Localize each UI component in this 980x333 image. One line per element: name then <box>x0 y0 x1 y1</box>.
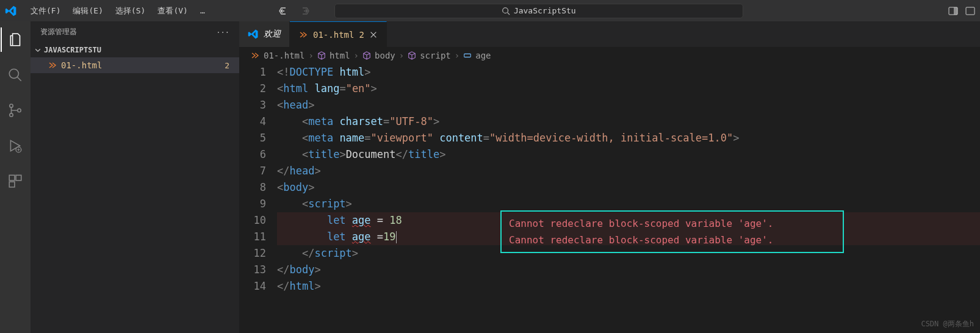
svg-point-5 <box>9 69 18 78</box>
sidebar-file-item[interactable]: 01-.html 2 <box>31 57 239 73</box>
code-line[interactable]: <script> <box>277 196 980 212</box>
command-center-search[interactable]: JavaScriptStu <box>334 4 743 18</box>
sidebar-title: 资源管理器 <box>40 27 77 37</box>
layout-toggle-icon[interactable] <box>948 6 958 16</box>
tab-welcome[interactable]: 欢迎 <box>239 21 290 47</box>
breadcrumb-item[interactable]: html <box>330 51 350 60</box>
editor-area: 欢迎 01-.html 2 01-.html › html › body <box>239 21 980 333</box>
line-number: 1 <box>239 64 266 81</box>
code-editor[interactable]: 1234567891011121314 <!DOCTYPE html><html… <box>239 64 980 333</box>
svg-rect-13 <box>9 182 15 187</box>
html-file-icon <box>298 30 308 40</box>
error-message: Cannot redeclare block-scoped variable '… <box>509 232 835 248</box>
line-number: 7 <box>239 163 266 179</box>
menu-more[interactable]: … <box>194 6 211 15</box>
chevron-right-icon: › <box>455 51 459 60</box>
sidebar-folder-name: JAVASCRIPTSTU <box>44 46 101 54</box>
code-line[interactable]: <body> <box>277 179 980 196</box>
menu-view[interactable]: 查看(V) <box>151 5 193 16</box>
sidebar-explorer: 资源管理器 ··· JAVASCRIPTSTU 01-.html 2 <box>31 21 239 333</box>
sidebar-header: 资源管理器 ··· <box>31 21 239 43</box>
breadcrumb-item[interactable]: body <box>375 51 395 60</box>
svg-point-0 <box>503 7 508 13</box>
code-line[interactable]: <head> <box>277 97 980 113</box>
menu-file[interactable]: 文件(F) <box>24 5 67 16</box>
tab-file-active[interactable]: 01-.html 2 <box>290 21 387 47</box>
line-number: 14 <box>239 278 266 295</box>
tab-file-badge: 2 <box>359 30 364 40</box>
activity-run-debug[interactable] <box>1 134 30 158</box>
chevron-right-icon: › <box>308 51 313 60</box>
activity-source-control[interactable] <box>1 98 30 123</box>
code-line[interactable]: <html lang="en"> <box>277 81 980 97</box>
menu-selection[interactable]: 选择(S) <box>109 5 151 16</box>
watermark-text: CSDN @两条鱼h <box>921 319 974 329</box>
sidebar-folder-header[interactable]: JAVASCRIPTSTU <box>31 43 239 57</box>
code-line[interactable]: </body> <box>277 262 980 278</box>
line-number: 12 <box>239 245 266 262</box>
breadcrumb-item[interactable]: script <box>420 51 451 60</box>
activity-search[interactable] <box>1 63 30 87</box>
code-line[interactable]: </html> <box>277 278 980 295</box>
line-gutter: 1234567891011121314 <box>239 64 277 333</box>
close-icon[interactable] <box>369 30 378 39</box>
symbol-module-icon <box>317 51 326 60</box>
editor-tabbar: 欢迎 01-.html 2 <box>239 21 980 47</box>
panel-toggle-icon[interactable] <box>965 6 975 16</box>
svg-point-7 <box>10 104 13 107</box>
line-number: 9 <box>239 196 266 212</box>
menu-edit[interactable]: 编辑(E) <box>67 5 109 16</box>
line-number: 6 <box>239 146 266 163</box>
title-bar: 文件(F) 编辑(E) 选择(S) 查看(V) … JavaScriptStu <box>0 0 980 21</box>
error-annotation-overlay: Cannot redeclare block-scoped variable '… <box>500 210 844 253</box>
line-number: 3 <box>239 97 266 113</box>
code-line[interactable]: <meta name="viewport" content="width=dev… <box>277 130 980 146</box>
activity-extensions[interactable] <box>1 169 30 193</box>
line-number: 13 <box>239 262 266 278</box>
breadcrumb-item[interactable]: age <box>475 51 491 60</box>
html-file-icon <box>48 60 57 70</box>
line-number: 8 <box>239 179 266 196</box>
breadcrumbs[interactable]: 01-.html › html › body › script › age <box>239 47 980 64</box>
nav-back-icon[interactable] <box>278 6 288 16</box>
window-controls <box>948 6 975 16</box>
line-number: 4 <box>239 113 266 130</box>
activity-explorer[interactable] <box>1 27 30 52</box>
svg-rect-3 <box>954 7 957 15</box>
code-content[interactable]: <!DOCTYPE html><html lang="en"><head> <m… <box>277 64 980 333</box>
chevron-down-icon <box>34 46 41 54</box>
sidebar-more-icon[interactable]: ··· <box>216 28 229 37</box>
code-line[interactable]: <title>Document</title> <box>277 146 980 163</box>
chevron-right-icon: › <box>354 51 359 60</box>
symbol-module-icon <box>362 51 371 60</box>
code-line[interactable]: <meta charset="UTF-8"> <box>277 113 980 130</box>
line-number: 11 <box>239 229 266 245</box>
error-message: Cannot redeclare block-scoped variable '… <box>509 215 835 232</box>
activity-bar <box>0 21 31 333</box>
html-file-icon <box>250 51 260 60</box>
breadcrumb-item[interactable]: 01-.html <box>264 51 304 60</box>
svg-rect-12 <box>16 175 21 181</box>
tab-file-name: 01-.html <box>313 30 354 40</box>
nav-arrows <box>278 6 310 16</box>
svg-point-9 <box>18 109 21 112</box>
nav-forward-icon[interactable] <box>300 6 310 16</box>
line-number: 5 <box>239 130 266 146</box>
svg-line-1 <box>508 12 510 15</box>
text-cursor <box>396 231 397 243</box>
chevron-right-icon: › <box>399 51 404 60</box>
svg-rect-4 <box>966 7 975 15</box>
svg-rect-14 <box>464 54 471 57</box>
code-line[interactable]: <!DOCTYPE html> <box>277 64 980 81</box>
symbol-module-icon <box>408 51 416 60</box>
tab-welcome-label: 欢迎 <box>264 29 281 40</box>
line-number: 2 <box>239 81 266 97</box>
sidebar-file-name: 01-.html <box>61 60 102 70</box>
svg-line-6 <box>17 77 21 81</box>
sidebar-file-badge: 2 <box>225 61 229 70</box>
svg-rect-11 <box>9 175 15 181</box>
line-number: 10 <box>239 212 266 229</box>
vscode-logo-icon <box>5 5 17 17</box>
code-line[interactable]: </head> <box>277 163 980 179</box>
vscode-logo-icon <box>248 29 259 40</box>
